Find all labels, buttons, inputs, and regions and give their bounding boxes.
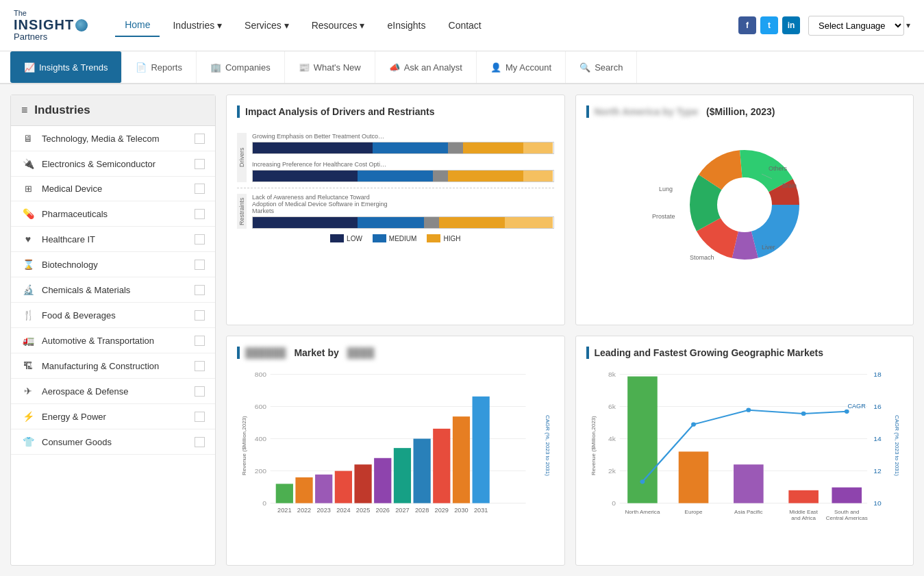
tech-icon: 🖥 [21, 133, 35, 144]
subnav-my-account[interactable]: 👤 My Account [477, 51, 566, 83]
svg-point-7 [719, 179, 771, 231]
sidebar-item-manufacturing[interactable]: 🏗 Manufacturing & Construction [11, 353, 215, 379]
search-icon: 🔍 [579, 62, 590, 73]
geo-cagr-label: CAGR (%, 2023 to 2031) [890, 367, 903, 525]
logo-partners: Partners [14, 32, 88, 42]
subnav-insights-label: Insights & Trends [39, 62, 108, 73]
sidebar-item-energy[interactable]: ⚡ Energy & Power [11, 404, 215, 429]
electronics-checkbox[interactable] [195, 159, 205, 169]
subnav-whats-new[interactable]: 📰 What's New [285, 51, 375, 83]
sidebar: ≡ Industries 🖥 Technology, Media & Telec… [10, 95, 216, 566]
food-checkbox[interactable] [195, 310, 205, 321]
companies-icon: 🏢 [210, 62, 221, 73]
tech-checkbox[interactable] [195, 134, 205, 144]
restraint1-bar [252, 216, 554, 229]
biotech-checkbox[interactable] [195, 260, 205, 270]
legend-high-label: HIGH [443, 235, 460, 242]
sidebar-item-electronics[interactable]: 🔌 Electronics & Semiconductor [11, 151, 215, 177]
market-y-label: Revenue ($Million,2023) [237, 367, 251, 525]
sidebar-item-consumer[interactable]: 👕 Consumer Goods [11, 429, 215, 455]
food-label: Food & Beverages [42, 310, 116, 321]
sidebar-item-aerospace[interactable]: ✈ Aerospace & Defense [11, 379, 215, 404]
main-nav: Home Industries ▾ Services ▾ Resources ▾… [115, 14, 738, 37]
svg-text:0: 0 [262, 499, 266, 506]
subnav-reports[interactable]: 📄 Reports [122, 51, 197, 83]
subnav-search-label: Search [595, 62, 623, 73]
sidebar-item-medical[interactable]: ⊞ Medical Device [11, 177, 215, 201]
subnav-companies[interactable]: 🏢 Companies [197, 51, 285, 83]
market-by-card: ██████ Market by ████ Revenue ($Million,… [226, 336, 565, 566]
logo-insight: INSIGHT [14, 17, 88, 33]
donut-chart: Others Brain Lung Prostate Liver Stomach [586, 126, 903, 284]
consumer-checkbox[interactable] [195, 437, 205, 447]
svg-text:2024: 2024 [336, 507, 351, 514]
electronics-label: Electronics & Semiconductor [42, 159, 155, 169]
healthcare-it-label: Healthcare IT [42, 234, 95, 245]
restraints-bars: Lack of Awareness and Reluctance Toward … [252, 194, 554, 229]
nav-einsights[interactable]: eInsights [377, 14, 435, 36]
svg-rect-24 [374, 458, 391, 503]
drivers-axis-label: Drivers [237, 133, 247, 182]
nav-services[interactable]: Services ▾ [235, 14, 299, 36]
sidebar-item-tech[interactable]: 🖥 Technology, Media & Telecom [11, 126, 215, 151]
aerospace-checkbox[interactable] [195, 386, 205, 397]
pharma-checkbox[interactable] [195, 209, 205, 219]
svg-rect-26 [413, 438, 430, 503]
sidebar-item-pharma[interactable]: 💊 Pharmaceuticals [11, 201, 215, 227]
svg-text:14: 14 [873, 435, 882, 442]
auto-checkbox[interactable] [195, 336, 205, 346]
linkedin-icon[interactable]: in [782, 16, 800, 34]
chemicals-checkbox[interactable] [195, 285, 205, 295]
subnav-insights-trends[interactable]: 📈 Insights & Trends [10, 51, 122, 83]
legend-high: HIGH [427, 234, 460, 242]
donut-svg: Others Brain Lung Prostate Liver Stomach [642, 129, 847, 280]
svg-text:0: 0 [612, 499, 616, 506]
driver2-seg2 [358, 171, 433, 181]
svg-text:400: 400 [255, 435, 267, 442]
svg-rect-58 [734, 464, 764, 503]
food-icon: 🍴 [21, 310, 35, 321]
logo[interactable]: The INSIGHT Partners [14, 9, 88, 42]
nav-resources[interactable]: Resources ▾ [302, 14, 375, 36]
facebook-icon[interactable]: f [738, 16, 756, 34]
donut-label-brain: Brain [782, 182, 797, 189]
sidebar-item-chemicals[interactable]: 🔬 Chemicals & Materials [11, 277, 215, 303]
twitter-icon[interactable]: t [760, 16, 778, 34]
donut-label-liver: Liver [762, 244, 775, 251]
svg-rect-22 [335, 471, 352, 503]
main-layout: ≡ Industries 🖥 Technology, Media & Telec… [0, 84, 924, 576]
main-header: The INSIGHT Partners Home Industries ▾ S… [0, 0, 924, 51]
title-bar-donut [586, 105, 589, 118]
svg-text:Central Americas: Central Americas [825, 515, 867, 521]
sidebar-item-food[interactable]: 🍴 Food & Beverages [11, 303, 215, 328]
manufacturing-checkbox[interactable] [195, 361, 205, 371]
svg-text:200: 200 [255, 467, 267, 474]
sidebar-item-auto[interactable]: 🚛 Automotive & Transportation [11, 328, 215, 353]
legend-low: LOW [330, 234, 362, 242]
healthcare-it-checkbox[interactable] [195, 234, 205, 245]
geo-chart-svg: 8k 6k 4k 2k 0 18 16 14 12 10 [600, 367, 891, 525]
account-icon: 👤 [490, 62, 501, 73]
rest1-seg1 [253, 217, 358, 228]
electronics-icon: 🔌 [21, 158, 35, 169]
market-title-sep: Market by [292, 347, 342, 358]
svg-rect-19 [276, 484, 293, 503]
svg-text:2030: 2030 [454, 507, 469, 514]
subnav-search[interactable]: 🔍 Search [566, 51, 637, 83]
sidebar-item-biotech[interactable]: ⌛ Biotechnology [11, 252, 215, 277]
nav-home[interactable]: Home [115, 14, 160, 37]
sidebar-item-healthcare-it[interactable]: ♥ Healthcare IT [11, 227, 215, 252]
market-title-blurred2: ████ [347, 347, 375, 358]
nav-contact[interactable]: Contact [439, 14, 491, 36]
subnav-reports-label: Reports [151, 62, 182, 73]
nav-industries[interactable]: Industries ▾ [163, 14, 232, 36]
language-select[interactable]: Select Language English Spanish French [808, 16, 904, 36]
svg-text:and Africa: and Africa [791, 515, 816, 521]
energy-checkbox[interactable] [195, 412, 205, 422]
medical-checkbox[interactable] [195, 184, 205, 194]
driver2-text: Increasing Preference for Healthcare Cos… [252, 161, 389, 168]
svg-point-63 [746, 408, 751, 412]
svg-rect-25 [394, 448, 411, 503]
subnav-ask-analyst[interactable]: 📣 Ask an Analyst [375, 51, 477, 83]
legend-med-box [373, 234, 386, 242]
